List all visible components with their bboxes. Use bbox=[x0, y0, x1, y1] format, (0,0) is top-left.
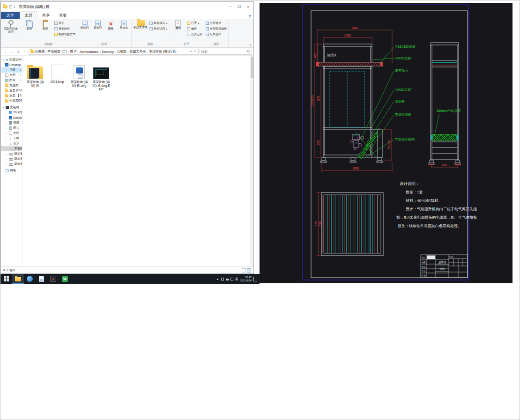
copy-to-button[interactable]: ⇒复制到 bbox=[92, 19, 104, 29]
screen: ▾ 东深转物 (编组) 机 ─ ☐ × 文件 主页 共享 查看 ? bbox=[0, 0, 520, 420]
up-button[interactable]: ↑ bbox=[22, 50, 28, 54]
select-all-icon bbox=[206, 22, 209, 25]
details-view-toggle[interactable] bbox=[242, 268, 246, 273]
search-icon bbox=[247, 50, 251, 53]
sidebar-item-downloads[interactable]: ↓下载 bbox=[1, 67, 22, 73]
sidebar-item-folder[interactable]: 全套2500图纸合集 bbox=[1, 98, 22, 103]
window-folder-icon bbox=[3, 5, 7, 8]
collapse-ribbon-icon[interactable]: ∧ bbox=[250, 43, 252, 46]
breadcrumb[interactable]: 东深转物 (编组) 机 bbox=[149, 49, 176, 54]
tray-expand-icon[interactable]: ▲ bbox=[216, 278, 219, 280]
file-tile-bmp[interactable]: 0001.bmp bbox=[47, 61, 67, 84]
sidebar-item-pictures[interactable]: ›图片 bbox=[1, 125, 22, 131]
file-tile-dwg[interactable]: 东深转物 (编组) 机.dwg bbox=[69, 61, 89, 88]
open-button[interactable]: 打开 ▾ bbox=[187, 21, 202, 25]
sidebar-item-desktop[interactable]: Desktop bbox=[1, 62, 22, 67]
history-button[interactable]: 历史记录 bbox=[187, 32, 202, 37]
new-item-button[interactable]: 新建项目 ▾ bbox=[149, 21, 167, 25]
sidebar-item-volume-e[interactable]: ›新加卷 (E:) bbox=[1, 156, 22, 162]
sidebar-item-folder[interactable]: 全套 [cad审图] bbox=[1, 88, 22, 93]
taskbar-wps-app[interactable]: W bbox=[59, 274, 71, 284]
sidebar-this-pc[interactable]: ▾此电脑 bbox=[1, 105, 22, 110]
breadcrumb[interactable]: 本地磁盘 (C:) bbox=[47, 49, 67, 54]
breadcrumb[interactable]: 新建文件夹 bbox=[130, 49, 146, 54]
file-list: 东深转物 (编组) 机 0001.bmp 东深转物 (编组) 机.dwg 东深转… bbox=[22, 56, 253, 266]
tray-volume-icon[interactable] bbox=[226, 279, 229, 280]
select-none-button[interactable]: 全部取消选择 bbox=[206, 27, 227, 31]
action-center-icon[interactable] bbox=[253, 277, 257, 281]
sidebar-item-volume-d[interactable]: ›新加卷 (D:) bbox=[1, 151, 22, 156]
ribbon-tabs: 文件 主页 共享 查看 ? bbox=[1, 11, 253, 19]
sidebar-item-videos[interactable]: ›视频 bbox=[1, 120, 22, 125]
sidebar-item-3d-objects[interactable]: ›3D 对象 bbox=[1, 110, 22, 115]
tab-share[interactable]: 共享 bbox=[37, 12, 54, 19]
sidebar-item-desktop[interactable]: ›Desktop bbox=[1, 115, 22, 120]
copy-button[interactable]: 复制 bbox=[22, 19, 37, 30]
sidebar-item-documents[interactable]: 文档 bbox=[1, 73, 22, 78]
ribbon-group-organize: →移动到 ⇒复制到 ×删除 A重命名 组织 bbox=[77, 19, 132, 47]
refresh-icon[interactable]: ↻ bbox=[194, 50, 197, 53]
start-button[interactable] bbox=[0, 274, 12, 284]
tray-status-icon[interactable] bbox=[221, 278, 224, 280]
file-tile-folder[interactable]: 东深转物 (编组) 机 bbox=[25, 61, 45, 88]
minimize-button[interactable]: ─ bbox=[226, 3, 235, 10]
invert-selection-button[interactable]: 反向选择 bbox=[206, 32, 227, 37]
taskbar-cad-app[interactable]: A bbox=[47, 274, 59, 284]
breadcrumb[interactable]: 此电脑 bbox=[35, 49, 45, 54]
breadcrumb[interactable]: Desktop bbox=[102, 50, 114, 53]
icons-view-toggle[interactable] bbox=[247, 268, 251, 273]
move-to-button[interactable]: →移动到 bbox=[79, 19, 90, 29]
paste-button[interactable]: 粘贴 bbox=[38, 19, 53, 30]
sidebar-item-pictures[interactable]: 图片 bbox=[1, 78, 22, 83]
file-tile-dwg-bmp[interactable]: 东深转物 (编组) 机.dwg.BMP bbox=[91, 61, 111, 91]
breadcrumb[interactable]: 九视图 bbox=[117, 49, 126, 54]
tab-home[interactable]: 主页 bbox=[20, 11, 37, 19]
sidebar-item-local-disk-c[interactable]: ›本地磁盘 (C:) bbox=[1, 146, 22, 151]
sidebar-item-documents[interactable]: ›文档 bbox=[1, 131, 22, 136]
scrollbar-thumb[interactable] bbox=[251, 57, 253, 78]
close-button[interactable]: × bbox=[244, 3, 253, 10]
maximize-button[interactable]: ☐ bbox=[235, 3, 244, 10]
qat-properties-icon[interactable] bbox=[9, 5, 12, 8]
sidebar-item-volume-f[interactable]: ›新加卷 (F:) bbox=[1, 162, 22, 167]
rename-button[interactable]: A重命名 bbox=[118, 19, 130, 29]
sidebar-item-folder[interactable]: 全套 【7天】dwg] bbox=[1, 93, 22, 98]
select-all-button[interactable]: 全部选择 bbox=[206, 21, 227, 25]
ime-indicator[interactable]: 英 bbox=[235, 277, 238, 281]
properties-button[interactable]: ✓ 属性 bbox=[171, 19, 186, 30]
search-box[interactable] bbox=[200, 49, 252, 55]
tab-view[interactable]: 查看 bbox=[54, 12, 71, 19]
taskbar-clock[interactable]: 10:42 2021/3/26 bbox=[240, 276, 252, 282]
sidebar-quick-access[interactable]: ▾★快速访问 bbox=[1, 57, 22, 62]
cut-button[interactable]: 剪切 bbox=[54, 21, 75, 25]
forward-button[interactable]: → bbox=[9, 50, 15, 54]
side-view: 880mmPVC皮带 690 bbox=[429, 43, 461, 169]
taskbar-document-app[interactable] bbox=[36, 274, 47, 284]
sidebar-item-downloads[interactable]: ›↓下载 bbox=[1, 136, 22, 141]
taskbar-file-explorer[interactable] bbox=[12, 274, 24, 284]
back-button[interactable]: ← bbox=[2, 50, 8, 54]
sidebar-network[interactable]: ›网络 bbox=[1, 168, 22, 173]
copy-path-button[interactable]: 复制路径 bbox=[54, 27, 75, 31]
vertical-scrollbar[interactable] bbox=[250, 56, 253, 266]
tab-file[interactable]: 文件 bbox=[1, 12, 20, 19]
sidebar-item-music[interactable]: ›♪音乐 bbox=[1, 141, 22, 146]
paste-shortcut-button[interactable]: 粘贴快捷方式 bbox=[54, 32, 75, 37]
tray-network-icon[interactable] bbox=[230, 278, 233, 280]
breadcrumb[interactable]: 用户 bbox=[70, 49, 76, 54]
taskbar-browser[interactable] bbox=[24, 274, 36, 284]
recent-locations-icon[interactable]: ∨ bbox=[15, 50, 21, 54]
delete-button[interactable]: ×删除 bbox=[105, 19, 117, 30]
drive-icon bbox=[9, 148, 13, 150]
sidebar-item-folder[interactable]: 九视图 bbox=[1, 83, 22, 88]
edit-button[interactable]: 编辑 bbox=[187, 27, 202, 31]
pin-to-quick-access-button[interactable]: 固定到快速访问 bbox=[3, 19, 18, 34]
search-input[interactable] bbox=[201, 50, 247, 53]
qat-customize-icon[interactable]: ▾ bbox=[14, 5, 15, 8]
new-folder-button[interactable]: 新建文件夹 bbox=[133, 19, 148, 29]
help-icon[interactable]: ? bbox=[249, 14, 252, 19]
address-dropdown-icon[interactable]: ∨ bbox=[190, 50, 192, 53]
address-bar[interactable]: 此电脑› 本地磁盘 (C:)› 用户› Administrator› Deskt… bbox=[29, 49, 199, 55]
breadcrumb[interactable]: Administrator bbox=[80, 50, 99, 53]
easy-access-button[interactable]: 轻松访问 ▾ bbox=[149, 27, 167, 31]
